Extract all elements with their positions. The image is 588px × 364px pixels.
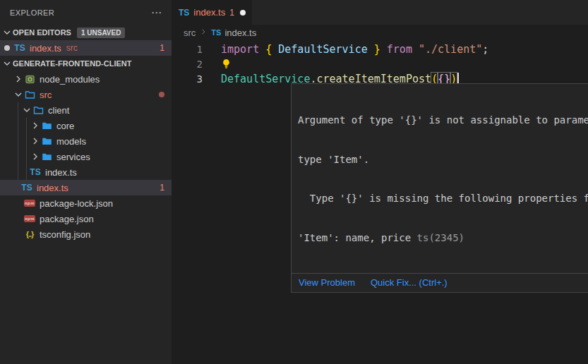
tree-item-label: node_modules [40, 74, 100, 85]
open-editor-description: src [66, 43, 78, 53]
tree-item-services[interactable]: services [0, 149, 172, 164]
open-editors-label: OPEN EDITORS [13, 28, 71, 37]
token-brace: { [265, 43, 278, 56]
problems-count-badge: 1 [160, 43, 164, 53]
hover-action-bar: View Problem Quick Fix... (Ctrl+.) [292, 273, 588, 292]
chevron-down-icon [1, 27, 13, 38]
explorer-title: EXPLORER [10, 8, 54, 17]
line-number: 1 [172, 44, 221, 55]
modified-dot-icon[interactable] [240, 10, 246, 16]
chevron-right-icon [30, 151, 41, 162]
folder-open-icon [24, 89, 35, 100]
typescript-icon: TS [14, 42, 25, 54]
tree-item-package-lock-json[interactable]: npm package-lock.json [0, 195, 172, 211]
lightbulb-icon[interactable] [221, 59, 232, 69]
code-editor: 1 import { DefaultService } from "./clie… [172, 40, 588, 86]
breadcrumb-folder[interactable]: src [184, 28, 196, 38]
typescript-icon: TS [211, 28, 221, 37]
token-brace: } [368, 43, 387, 56]
code-line-1[interactable]: 1 import { DefaultService } from "./clie… [172, 42, 588, 56]
tree-item-label: package.json [40, 214, 94, 224]
tab-bar: TS index.ts 1 [172, 0, 588, 25]
error-message-line: Type '{}' is missing the following prope… [298, 192, 588, 205]
folder-icon [41, 135, 52, 147]
token-import-binding: DefaultService [278, 43, 367, 56]
typescript-icon: TS [30, 166, 41, 178]
tree-item-label: models [56, 136, 86, 147]
breadcrumb-file[interactable]: index.ts [224, 28, 256, 38]
unsaved-dot-icon [4, 45, 10, 51]
open-editor-item-index-ts[interactable]: TS index.ts src 1 [0, 40, 172, 56]
sidebar-header: EXPLORER ⋯ [0, 0, 172, 25]
error-hover-tooltip: Argument of type '{}' is not assignable … [291, 83, 588, 293]
explorer-sidebar: EXPLORER ⋯ OPEN EDITORS 1 UNSAVED TS ind… [0, 0, 172, 364]
typescript-icon: TS [179, 8, 189, 18]
error-message: Argument of type '{}' is not assignable … [292, 84, 588, 273]
tree-item-src[interactable]: src [0, 87, 172, 102]
tree-item-label: index.ts [45, 167, 77, 178]
chevron-right-icon [13, 73, 24, 85]
tree-item-models[interactable]: models [0, 133, 172, 149]
token-keyword: import [221, 43, 265, 56]
tree-item-node-modules[interactable]: node_modules [0, 71, 172, 87]
token-punctuation: ; [482, 43, 488, 56]
code-line-2[interactable]: 2 [172, 56, 588, 71]
typescript-icon: TS [21, 182, 32, 193]
tab-index-ts[interactable]: TS index.ts 1 [172, 0, 252, 25]
project-section-header[interactable]: GENERATE-FRONTEND-CLIENT [0, 56, 172, 71]
tree-item-label: tsconfig.json [40, 229, 90, 240]
error-message-line: Argument of type '{}' is not assignable … [298, 114, 588, 127]
tree-item-core[interactable]: core [0, 118, 172, 133]
json-icon: {..} [24, 229, 35, 240]
more-actions-icon[interactable]: ⋯ [151, 7, 162, 18]
folder-icon [41, 120, 52, 131]
unsaved-count-badge: 1 UNSAVED [77, 28, 126, 38]
vscode-window: { "colors": { "editor_bg": "#1e1e1e", "s… [0, 0, 588, 364]
node-modules-folder-icon [24, 73, 35, 85]
breadcrumb-separator-icon [199, 28, 208, 38]
tab-problems-badge: 1 [229, 8, 234, 18]
token-keyword: from [387, 43, 419, 56]
chevron-down-icon [13, 89, 24, 100]
tree-item-tsconfig-json[interactable]: {..} tsconfig.json [0, 226, 172, 242]
open-editor-filename: index.ts [30, 43, 61, 54]
chevron-right-icon [30, 135, 41, 147]
error-message-line: type 'Item'. [298, 153, 588, 166]
line-number: 2 [172, 59, 221, 70]
tree-item-label: client [48, 105, 69, 116]
folder-open-icon [32, 104, 44, 116]
chevron-down-icon [1, 58, 13, 69]
tree-item-src-index-ts[interactable]: TS index.ts 1 [0, 180, 172, 195]
tree-item-label: src [40, 90, 52, 100]
npm-icon: npm [24, 198, 35, 209]
tree-item-client-index-ts[interactable]: TS index.ts [0, 164, 172, 180]
npm-icon: npm [24, 213, 35, 224]
breadcrumb: src TS index.ts [172, 25, 588, 40]
view-problem-link[interactable]: View Problem [299, 277, 355, 288]
chevron-right-icon [30, 120, 41, 131]
problems-count-badge: 1 [160, 183, 164, 193]
token-string: "./client" [419, 43, 482, 56]
folder-icon [41, 151, 52, 162]
tree-item-package-json[interactable]: npm package.json [0, 211, 172, 226]
open-editors-section-header[interactable]: OPEN EDITORS 1 UNSAVED [0, 25, 172, 40]
folder-error-dot [159, 92, 164, 97]
chevron-down-icon [21, 104, 32, 116]
tree-item-label: services [56, 152, 90, 162]
error-message-line: 'Item': name, price ts(2345) [298, 231, 588, 245]
error-code: ts(2345) [417, 232, 464, 243]
tree-item-client[interactable]: client [0, 102, 172, 118]
file-tree: node_modules src client [0, 71, 172, 242]
project-name-label: GENERATE-FRONTEND-CLIENT [13, 59, 131, 68]
tab-label: index.ts [193, 7, 225, 18]
quick-fix-link[interactable]: Quick Fix... (Ctrl+.) [371, 277, 448, 288]
line-number: 3 [172, 73, 221, 85]
tree-item-label: index.ts [37, 183, 68, 193]
tree-item-label: package-lock.json [40, 198, 113, 209]
tree-item-label: core [56, 121, 74, 131]
